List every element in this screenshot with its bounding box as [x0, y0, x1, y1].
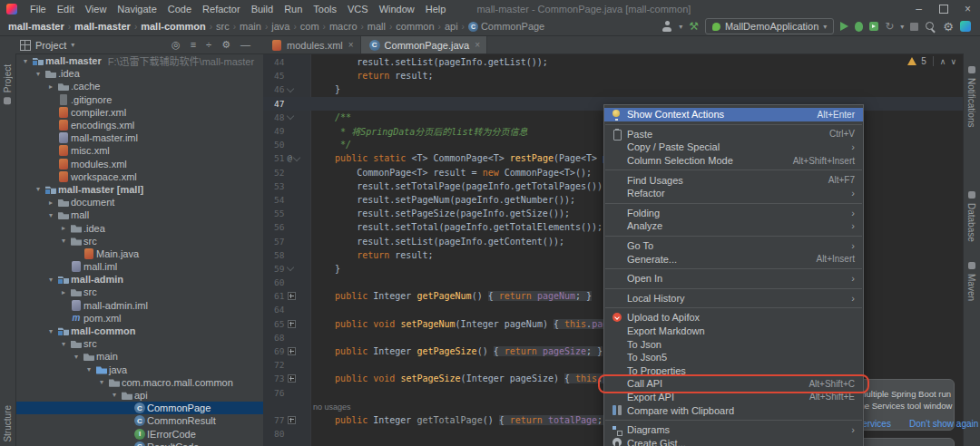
tree-item-com.macro.mall.common[interactable]: ▾com.macro.mall.common — [16, 376, 263, 389]
tree-item-src[interactable]: ▸src — [16, 286, 263, 298]
dropdown-caret-icon[interactable]: ▾ — [900, 23, 904, 31]
gutter-cell[interactable]: 55 — [263, 208, 310, 218]
menubar-item-view[interactable]: View — [80, 4, 113, 15]
fold-collapsed-icon[interactable] — [288, 416, 296, 424]
chevron-expanded-icon[interactable]: ▾ — [45, 276, 56, 284]
run-configuration-select[interactable]: MallDemoApplication ▾ — [705, 18, 834, 34]
gutter-cell[interactable]: 68 — [263, 333, 310, 343]
gear-icon[interactable]: ⚙ — [221, 40, 230, 50]
gutter-cell[interactable]: 80 — [263, 429, 310, 439]
chevron-expanded-icon[interactable]: ▾ — [45, 211, 56, 219]
chevron-expanded-icon[interactable]: ▾ — [33, 70, 44, 78]
menubar-item-run[interactable]: Run — [279, 4, 308, 15]
collapse-icon[interactable]: ÷ — [206, 40, 211, 50]
inspections-widget[interactable]: 5 ∧ ∨ — [907, 56, 956, 66]
menu-item-paste[interactable]: PasteCtrl+V — [604, 128, 863, 141]
tree-item-pom.xml[interactable]: mpom.xml — [16, 312, 263, 325]
breadcrumb-mall-master[interactable]: mall-master — [74, 21, 132, 32]
breadcrumb-commonpage[interactable]: CCommonPage — [467, 21, 545, 32]
close-icon[interactable]: × — [348, 40, 354, 50]
stripe-tab-database[interactable]: Database — [966, 191, 976, 242]
tree-item-mall-master[interactable]: ▾mall-masterF:\迅雷下载辅助软件\mall-master — [16, 54, 263, 67]
tree-item-main[interactable]: ▾main — [16, 350, 263, 363]
menubar-item-navigate[interactable]: Navigate — [112, 4, 162, 15]
gutter-cell[interactable]: 45 — [263, 71, 310, 81]
gutter-cell[interactable]: 48 — [263, 112, 310, 122]
menubar-item-tools[interactable]: Tools — [308, 4, 342, 15]
search-icon[interactable] — [925, 21, 936, 33]
breadcrumb-mall-common[interactable]: mall-common — [140, 21, 207, 32]
tree-item-main.java[interactable]: Main.java — [16, 247, 263, 260]
tree-item-mall-admin.iml[interactable]: mall-admin.iml — [16, 299, 263, 312]
gutter-cell[interactable]: 57 — [263, 237, 310, 247]
rerun-button[interactable]: ↻ — [885, 20, 894, 33]
menu-item-go-to[interactable]: Go To› — [604, 239, 863, 253]
menu-item-refactor[interactable]: Refactor› — [604, 187, 863, 200]
settings-gear-icon[interactable]: ⚙ — [943, 21, 954, 33]
tree-item-compiler.xml[interactable]: compiler.xml — [16, 106, 263, 119]
breadcrumb-java[interactable]: java — [270, 21, 290, 32]
dropdown-caret-icon[interactable]: ▾ — [679, 23, 682, 31]
gutter-cell[interactable]: 47 — [263, 99, 310, 109]
menu-item-create-gist...[interactable]: Create Gist... — [604, 436, 863, 446]
tree-item-mall-master.iml[interactable]: mall-master.iml — [16, 131, 263, 144]
menu-item-show-context-actions[interactable]: Show Context ActionsAlt+Enter — [604, 108, 863, 121]
gutter-cell[interactable]: 59 — [263, 264, 310, 274]
fold-collapsed-icon[interactable] — [288, 347, 296, 355]
menubar-item-code[interactable]: Code — [162, 4, 197, 15]
tree-item-document[interactable]: ▸document — [16, 196, 263, 208]
chevron-expanded-icon[interactable]: ▾ — [58, 237, 69, 245]
menubar-item-help[interactable]: Help — [420, 4, 452, 15]
menubar-item-refactor[interactable]: Refactor — [197, 4, 246, 15]
menu-item-analyze[interactable]: Analyze› — [604, 219, 863, 233]
tree-item-java[interactable]: ▾java — [16, 364, 263, 376]
user-avatar-icon[interactable] — [662, 21, 672, 32]
chevron-expanded-icon[interactable]: ▾ — [83, 365, 94, 373]
breadcrumb-mall[interactable]: mall — [367, 21, 387, 32]
gutter-cell[interactable]: 77 — [263, 415, 310, 425]
menu-item-folding[interactable]: Folding› — [604, 207, 863, 220]
maximize-button[interactable] — [931, 0, 956, 17]
stripe-tab-structure[interactable]: Structure — [3, 405, 13, 446]
hide-icon[interactable]: — — [240, 40, 250, 50]
menu-item-upload-to-apifox[interactable]: Upload to Apifox — [604, 311, 863, 325]
gutter-cell[interactable]: 50 — [263, 140, 310, 150]
gutter-cell[interactable]: 49 — [263, 126, 310, 136]
expand-icon[interactable]: ≡ — [191, 40, 196, 50]
menu-item-local-history[interactable]: Local History› — [604, 292, 863, 305]
gutter-cell[interactable]: 61 — [263, 291, 310, 301]
tab-modules.xml[interactable]: modules.xml× — [263, 36, 361, 53]
gutter-cell[interactable]: 53 — [263, 181, 310, 191]
menu-item-column-selection-mode[interactable]: Column Selection ModeAlt+Shift+Insert — [604, 154, 863, 168]
tree-item-mall[interactable]: ▾mall — [16, 208, 263, 221]
gutter-cell[interactable]: 58 — [263, 250, 310, 260]
tree-item-misc.xml[interactable]: misc.xml — [16, 144, 263, 157]
menu-item-generate...[interactable]: Generate...Alt+Insert — [604, 252, 863, 266]
dropdown-caret-icon[interactable]: ▾ — [71, 41, 74, 49]
breadcrumb-api[interactable]: api — [444, 21, 459, 32]
gutter-cell[interactable]: 52 — [263, 168, 310, 178]
tree-item-commonresult[interactable]: CCommonResult — [16, 414, 263, 427]
menu-item-compare-with-clipboard[interactable]: Compare with Clipboard — [604, 403, 863, 417]
gutter-cell[interactable]: 69 — [263, 346, 310, 356]
tree-item-api[interactable]: ▾api — [16, 389, 263, 402]
menu-item-to-json[interactable]: To Json — [604, 337, 863, 351]
code-line-45[interactable]: 45 return result; — [263, 69, 964, 82]
tree-item-commonpage[interactable]: CCommonPage — [16, 402, 263, 414]
menubar-item-build[interactable]: Build — [246, 4, 279, 15]
stop-button[interactable] — [910, 23, 918, 31]
tree-item-.cache[interactable]: ▸.cache — [16, 80, 263, 92]
debug-button[interactable] — [855, 22, 863, 32]
breadcrumb-macro[interactable]: macro — [328, 21, 358, 32]
chevron-expanded-icon[interactable]: ▾ — [58, 340, 69, 348]
tree-item-.gitignore[interactable]: .gitignore — [16, 93, 263, 106]
stripe-tab-project[interactable]: Project — [3, 64, 13, 104]
menubar-item-vcs[interactable]: VCS — [342, 4, 374, 15]
gutter-cell[interactable]: 76 — [263, 388, 310, 398]
tree-item-encodings.xml[interactable]: encodings.xml — [16, 119, 263, 131]
gutter-cell[interactable]: 73 — [263, 373, 310, 383]
locate-icon[interactable]: ◎ — [172, 40, 181, 50]
fold-collapsed-icon[interactable] — [288, 374, 296, 383]
menubar-item-file[interactable]: File — [24, 4, 52, 15]
chevron-collapsed-icon[interactable]: ▸ — [45, 199, 56, 207]
